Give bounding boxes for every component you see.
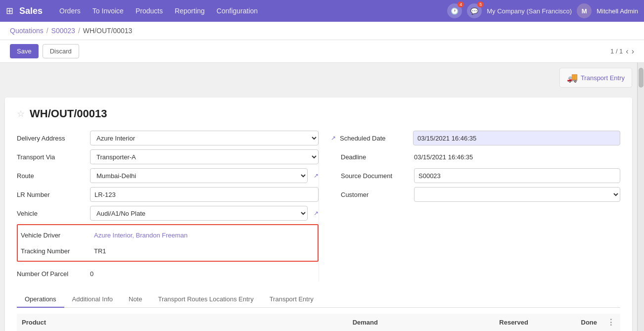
app-brand[interactable]: Sales: [19, 6, 43, 16]
company-name[interactable]: My Company (San Francisco): [487, 7, 572, 15]
scheduled-date-label: Scheduled Date: [340, 135, 409, 142]
source-document-label: Source Document: [341, 172, 410, 180]
discard-button[interactable]: Discard: [43, 44, 79, 58]
grid-icon[interactable]: ⊞: [6, 5, 13, 16]
transport-via-field: Transporter-A: [90, 149, 319, 164]
tab-transport-entry[interactable]: Transport Entry: [262, 291, 322, 308]
deadline-row: Deadline 03/15/2021 16:46:35: [329, 149, 620, 165]
breadcrumb-sep-1: /: [46, 27, 48, 35]
vehicle-driver-field: Azure Interior, Brandon Freeman: [94, 232, 315, 239]
tab-additional-info[interactable]: Additional Info: [64, 291, 121, 308]
route-external-link-icon[interactable]: ↗: [314, 172, 319, 179]
nav-configuration[interactable]: Configuration: [212, 4, 263, 18]
message-icon: 💬: [470, 7, 478, 15]
lr-number-input[interactable]: [90, 187, 319, 202]
pagination-text: 1 / 1: [610, 47, 623, 55]
source-document-field: [414, 168, 620, 183]
nav-menu: Orders To Invoice Products Reporting Con…: [54, 4, 443, 18]
username[interactable]: Mitchell Admin: [597, 7, 638, 15]
form-right: ↗ Scheduled Date Deadline 03/15/2021 16:…: [319, 130, 620, 282]
lr-number-label: LR Number: [17, 191, 86, 198]
next-button[interactable]: ›: [632, 47, 634, 56]
vehicle-select[interactable]: Audi/A1/No Plate: [90, 206, 308, 221]
nav-to-invoice[interactable]: To Invoice: [88, 4, 129, 18]
col-product: Product: [17, 314, 289, 331]
lr-number-field: [90, 187, 319, 202]
transport-via-label: Transport Via: [17, 153, 86, 161]
route-field: Mumbai-Delhi: [90, 168, 308, 183]
deadline-label: Deadline: [341, 153, 410, 161]
tab-operations[interactable]: Operations: [17, 291, 64, 308]
vehicle-external-link-icon[interactable]: ↗: [314, 210, 319, 217]
col-done: Done: [533, 314, 602, 331]
number-of-parcel-field: 0: [90, 270, 319, 278]
action-bar: Save Discard 1 / 1 ‹ ›: [0, 40, 644, 63]
customer-label: Customer: [341, 191, 410, 198]
col-demand: Demand: [289, 314, 383, 331]
form-left: Delivery Address Azure Interior Transpor…: [17, 130, 319, 282]
transport-via-select[interactable]: Transporter-A: [90, 149, 319, 164]
avatar-initial: M: [582, 7, 587, 15]
activity-button[interactable]: 🕐 4: [447, 3, 462, 18]
number-of-parcel-value: 0: [90, 268, 93, 280]
scrollbar-thumb[interactable]: [639, 68, 644, 88]
deadline-value: 03/15/2021 16:46:35: [414, 151, 473, 163]
main-area: 🚚 Transport Entry ☆ WH/OUT/00013 Deliver…: [0, 63, 644, 331]
table-kebab-icon[interactable]: ⋮: [607, 318, 615, 327]
pagination: 1 / 1 ‹ ›: [610, 47, 634, 56]
topnav-right: 🕐 4 💬 5 My Company (San Francisco) M Mit…: [447, 3, 638, 18]
customer-field: [414, 187, 620, 202]
col-actions: ⋮: [602, 314, 620, 331]
message-badge: 5: [477, 1, 484, 7]
source-document-input[interactable]: [414, 168, 620, 183]
tab-transport-routes[interactable]: Transport Routes Locations Entry: [150, 291, 261, 308]
number-of-parcel-row: Number Of Parcel 0: [17, 266, 319, 282]
scheduled-date-input[interactable]: [413, 131, 620, 145]
lr-number-row: LR Number: [17, 187, 319, 202]
vehicle-driver-label: Vehicle Driver: [21, 232, 90, 239]
transport-entry-label: Transport Entry: [581, 74, 625, 82]
action-buttons: Save Discard: [10, 44, 79, 58]
route-row: Route Mumbai-Delhi ↗: [17, 168, 319, 184]
favorite-star-icon[interactable]: ☆: [17, 108, 25, 119]
breadcrumb-quotations[interactable]: Quotations: [10, 27, 44, 35]
scrollbar[interactable]: [637, 63, 644, 331]
transport-entry-button[interactable]: 🚚 Transport Entry: [559, 68, 632, 88]
content-panel: 🚚 Transport Entry ☆ WH/OUT/00013 Deliver…: [0, 63, 637, 331]
nav-products[interactable]: Products: [131, 4, 168, 18]
route-select[interactable]: Mumbai-Delhi: [90, 168, 308, 183]
delivery-address-select[interactable]: Azure Interior: [90, 131, 319, 145]
vehicle-label: Vehicle: [17, 210, 86, 217]
form-card: ☆ WH/OUT/00013 Delivery Address Azure In…: [5, 97, 632, 331]
tabs-bar: Operations Additional Info Note Transpor…: [17, 291, 620, 308]
top-navigation: ⊞ Sales Orders To Invoice Products Repor…: [0, 0, 644, 22]
truck-icon: 🚚: [567, 72, 578, 83]
avatar[interactable]: M: [577, 3, 592, 18]
vehicle-driver-value: Azure Interior, Brandon Freeman: [94, 232, 187, 239]
breadcrumb-s00023[interactable]: S00023: [51, 27, 75, 35]
source-document-row: Source Document: [329, 168, 620, 184]
breadcrumb-current: WH/OUT/00013: [83, 27, 133, 35]
tab-note[interactable]: Note: [121, 291, 150, 308]
activity-icon: 🕐: [451, 7, 459, 15]
save-button[interactable]: Save: [10, 44, 39, 58]
tracking-number-label: Tracking Number: [21, 247, 90, 255]
message-button[interactable]: 💬 5: [467, 3, 482, 18]
transport-via-row: Transport Via Transporter-A: [17, 149, 319, 165]
nav-orders[interactable]: Orders: [54, 4, 86, 18]
activity-badge: 4: [458, 1, 464, 7]
nav-reporting[interactable]: Reporting: [170, 4, 210, 18]
deadline-field: 03/15/2021 16:46:35: [414, 153, 620, 161]
scheduled-date-link-icon[interactable]: ↗: [331, 135, 336, 142]
breadcrumb: Quotations / S00023 / WH/OUT/00013: [0, 22, 644, 40]
record-title-row: ☆ WH/OUT/00013: [17, 107, 620, 120]
scheduled-date-row: ↗ Scheduled Date: [329, 130, 620, 146]
customer-row: Customer: [329, 187, 620, 202]
customer-select[interactable]: [414, 187, 620, 202]
highlighted-fields-box: Vehicle Driver Azure Interior, Brandon F…: [17, 224, 319, 262]
prev-button[interactable]: ‹: [626, 47, 628, 56]
number-of-parcel-label: Number Of Parcel: [17, 270, 86, 278]
vehicle-row: Vehicle Audi/A1/No Plate ↗: [17, 205, 319, 221]
delivery-address-row: Delivery Address Azure Interior: [17, 130, 319, 146]
form-grid: Delivery Address Azure Interior Transpor…: [17, 130, 620, 282]
